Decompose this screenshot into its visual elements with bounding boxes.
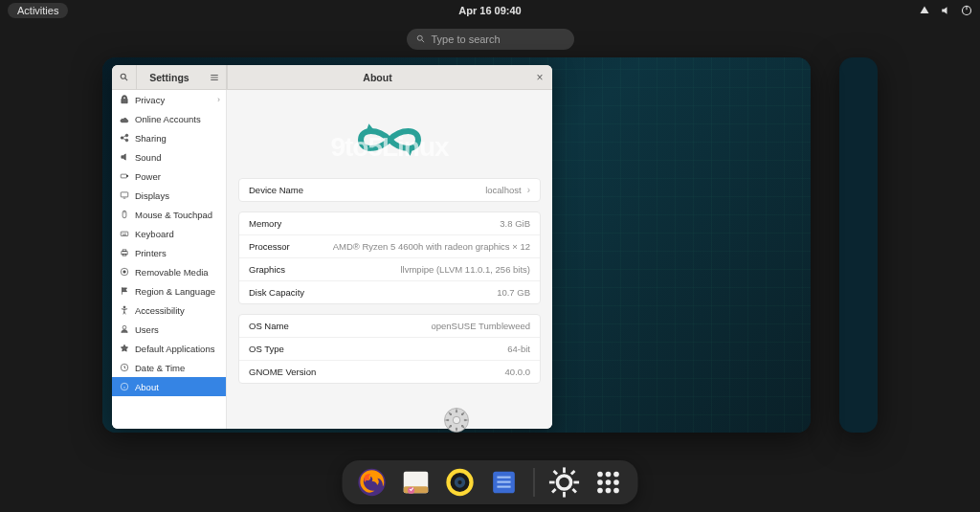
sidebar-item-default-applications[interactable]: Default Applications [112, 339, 226, 358]
row-label: Memory [249, 218, 281, 229]
settings-sidebar[interactable]: Privacy›Online AccountsSharingSoundPower… [112, 90, 227, 429]
star-icon [120, 344, 129, 353]
dock-software[interactable] [400, 466, 433, 499]
sidebar-item-printers[interactable]: Printers [112, 243, 226, 262]
info-row: GNOME Version40.0.0 [239, 361, 540, 383]
sidebar-item-displays[interactable]: Displays [112, 186, 226, 205]
share-icon [120, 133, 129, 143]
display-icon [120, 190, 129, 200]
svg-point-47 [606, 472, 612, 478]
svg-point-18 [122, 325, 126, 329]
svg-point-48 [613, 472, 619, 478]
svg-point-51 [613, 479, 619, 485]
software-icon [400, 466, 433, 499]
device-name-row[interactable]: Device Name localhost› [239, 179, 540, 201]
sidebar-item-label: Power [135, 171, 161, 182]
sidebar-item-users[interactable]: Users [112, 320, 226, 339]
svg-point-17 [123, 306, 125, 308]
row-label: OS Type [249, 344, 284, 354]
sidebar-item-label: Keyboard [135, 229, 174, 239]
svg-rect-38 [563, 467, 566, 473]
sidebar-item-label: Date & Time [135, 363, 185, 373]
search-placeholder: Type to search [432, 33, 501, 45]
svg-point-49 [597, 479, 603, 485]
mouse-icon [120, 210, 129, 219]
info-row: OS Type64-bit [239, 338, 540, 361]
search-icon [120, 73, 129, 82]
sidebar-item-keyboard[interactable]: Keyboard [112, 224, 226, 243]
overview-search[interactable]: Type to search [407, 29, 574, 50]
svg-rect-42 [553, 470, 559, 476]
info-row: OS NameopenSUSE Tumbleweed [239, 315, 540, 338]
sidebar-item-label: Privacy [135, 95, 165, 105]
row-value: AMD® Ryzen 5 4600h with radeon graphics … [333, 241, 530, 252]
svg-rect-45 [551, 488, 557, 494]
hamburger-button[interactable] [202, 65, 227, 90]
clock-icon [120, 363, 129, 372]
sidebar-item-privacy[interactable]: Privacy› [112, 90, 226, 109]
lock-icon [120, 95, 129, 104]
disc-icon [120, 267, 129, 277]
dock-settings[interactable] [548, 466, 581, 499]
printer-icon [120, 248, 129, 257]
dock-apps-grid[interactable] [592, 466, 625, 499]
sidebar-item-region-language[interactable]: Region & Language [112, 281, 226, 301]
svg-point-54 [613, 488, 619, 494]
network-icon [919, 5, 930, 16]
sidebar-item-sound[interactable]: Sound [112, 147, 226, 167]
dock-firefox[interactable] [356, 466, 389, 499]
sidebar-item-sharing[interactable]: Sharing [112, 128, 226, 147]
app-icon-overlay [442, 406, 471, 433]
sidebar-item-power[interactable]: Power [112, 167, 226, 186]
flag-icon [120, 286, 129, 296]
sidebar-search-button[interactable] [112, 65, 137, 90]
header-right: About × [228, 65, 552, 90]
about-panel: 9to5Linux Device Name localhost› Memory3… [227, 90, 552, 429]
power-icon [961, 5, 972, 16]
row-label: Device Name [249, 185, 303, 195]
close-button[interactable]: × [527, 65, 552, 90]
svg-point-5 [125, 134, 128, 137]
workspace-preview[interactable]: Settings About × Privacy›Online Accounts… [102, 57, 811, 433]
sidebar-item-about[interactable]: About [112, 377, 226, 396]
svg-rect-9 [121, 192, 128, 197]
row-value: openSUSE Tumbleweed [431, 321, 530, 331]
svg-rect-7 [121, 174, 126, 178]
row-label: Disk Capacity [249, 287, 304, 298]
dock-separator [534, 468, 535, 497]
workspaces-strip: Settings About × Privacy›Online Accounts… [0, 57, 980, 440]
sidebar-item-accessibility[interactable]: Accessibility [112, 301, 226, 320]
svg-rect-8 [127, 175, 128, 176]
svg-rect-43 [571, 488, 577, 494]
sidebar-item-online-accounts[interactable]: Online Accounts [112, 109, 226, 128]
sidebar-item-label: About [135, 382, 159, 392]
svg-point-3 [121, 74, 125, 78]
row-label: GNOME Version [249, 367, 316, 377]
device-name-group: Device Name localhost› [238, 178, 541, 202]
sidebar-item-mouse-touchpad[interactable]: Mouse & Touchpad [112, 205, 226, 224]
workspace-preview-next[interactable] [839, 57, 878, 433]
system-status-area[interactable] [919, 5, 972, 16]
svg-rect-34 [497, 477, 510, 479]
dock-files[interactable] [488, 466, 521, 499]
svg-point-32 [457, 480, 461, 484]
sidebar-item-label: Displays [135, 190, 169, 201]
svg-point-2 [417, 35, 422, 40]
dock-rhythmbox[interactable] [444, 466, 477, 499]
svg-point-16 [123, 271, 126, 274]
sidebar-item-removable-media[interactable]: Removable Media [112, 262, 226, 281]
sidebar-item-label: Removable Media [135, 267, 209, 278]
clock[interactable]: Apr 16 09:40 [458, 5, 521, 16]
row-label: Processor [249, 241, 290, 252]
sidebar-item-date-time[interactable]: Date & Time [112, 358, 226, 377]
sidebar-item-label: Mouse & Touchpad [135, 210, 212, 220]
dash-dock [343, 460, 638, 504]
header-title-about: About [228, 72, 527, 83]
svg-point-50 [606, 479, 612, 485]
sidebar-item-label: Default Applications [135, 344, 214, 354]
row-value: llvmpipe (LLVM 11.0.1, 256 bits) [400, 264, 530, 275]
activities-button[interactable]: Activities [8, 3, 68, 18]
header-title-settings: Settings [137, 72, 202, 83]
row-value: 40.0.0 [505, 367, 530, 377]
sidebar-item-label: Users [135, 324, 159, 335]
